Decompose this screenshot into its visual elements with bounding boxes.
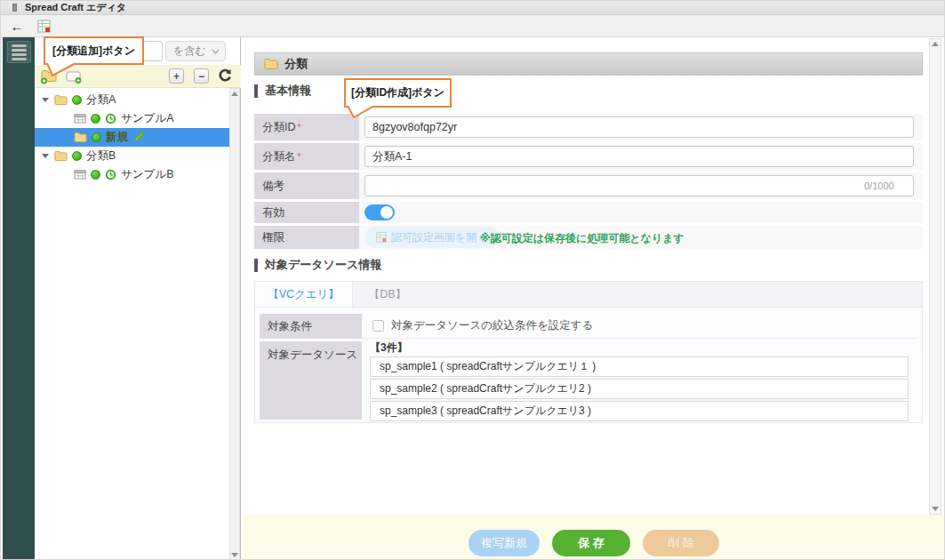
- datasource-section-header: 対象データソース情報: [254, 257, 381, 273]
- status-dot-icon: [91, 170, 100, 180]
- annotation-create-id: [分類ID作成]ボタン: [344, 78, 452, 108]
- filter-condition-checkbox[interactable]: [372, 320, 384, 332]
- section-bar: [254, 84, 258, 98]
- window-title: Spread Craft エディタ: [25, 1, 126, 14]
- status-dot-icon: [72, 151, 82, 161]
- enabled-toggle[interactable]: [364, 204, 395, 220]
- category-tree: 分類A サンプルA 新規 分類B: [35, 91, 229, 184]
- tree-panel: を含む + −: [35, 37, 241, 560]
- remarks-label-cell: 備考: [254, 172, 359, 199]
- required-mark: *: [298, 123, 301, 132]
- tree-item-label: 新規: [106, 130, 128, 145]
- permission-note: ※認可設定は保存後に処理可能となります: [480, 231, 685, 246]
- field-label: 権限: [262, 230, 284, 245]
- category-name-label-cell: 分類名 *: [254, 143, 359, 170]
- expand-all-button[interactable]: +: [169, 68, 184, 84]
- field-label: 有効: [262, 205, 284, 220]
- tree-item-category-a[interactable]: 分類A: [35, 91, 229, 109]
- folder-icon: [54, 150, 68, 162]
- permission-button-label: 認可設定画面を開く: [391, 230, 488, 245]
- scroll-down-icon[interactable]: [231, 553, 238, 557]
- pencil-icon: [132, 132, 145, 144]
- copy-new-button[interactable]: 複写新規: [468, 530, 540, 556]
- tree-item-new[interactable]: 新規: [35, 128, 229, 147]
- table-icon: [74, 170, 86, 180]
- annotation-tail: [346, 106, 376, 119]
- toolbar: ←: [1, 15, 945, 37]
- checkbox-label: 対象データソースの絞込条件を設定する: [391, 318, 593, 333]
- datasource-item[interactable]: sp_sample2 ( spreadCraftサンプルクエリ2 ): [370, 379, 909, 399]
- condition-row: 対象データソースの絞込条件を設定する: [362, 314, 917, 339]
- app-icon: [12, 4, 17, 12]
- clock-icon: [105, 113, 116, 124]
- datasource-tab-block: 【VCクエリ】 【DB】 対象条件 対象データソースの絞込条件を設定する 対象デ…: [254, 281, 923, 423]
- status-dot-icon: [91, 114, 100, 124]
- caret-down-icon[interactable]: [42, 154, 49, 158]
- annotation-tail: [45, 63, 77, 77]
- save-button[interactable]: 保 存: [552, 530, 630, 556]
- enabled-label-cell: 有効: [254, 202, 359, 223]
- refresh-button[interactable]: [218, 68, 232, 83]
- delete-button[interactable]: 削 除: [643, 530, 719, 556]
- category-id-label-cell: 分類ID *: [254, 114, 359, 140]
- tree-item-label: サンプルA: [121, 111, 174, 126]
- tab-vc-query[interactable]: 【VCクエリ】: [255, 282, 353, 307]
- folder-icon: [54, 94, 68, 106]
- scroll-down-icon[interactable]: [932, 507, 939, 511]
- scroll-up-icon[interactable]: [231, 92, 238, 96]
- caret-down-icon[interactable]: [42, 98, 49, 102]
- spreadsheet-icon: [376, 232, 387, 243]
- category-name-input[interactable]: [364, 146, 914, 167]
- tree-item-label: 分類B: [86, 148, 116, 164]
- basic-info-section-header: 基本情報: [254, 83, 311, 99]
- section-bar: [254, 259, 258, 272]
- left-sidebar: [3, 37, 35, 560]
- tree-item-category-b[interactable]: 分類B: [35, 147, 229, 165]
- tree-item-sample-b[interactable]: サンプルB: [35, 165, 229, 184]
- field-label: 対象条件: [268, 319, 312, 334]
- tabs-row: 【VCクエリ】 【DB】: [255, 282, 922, 308]
- tree-item-label: サンプルB: [121, 167, 174, 182]
- menu-button[interactable]: [7, 41, 31, 63]
- scroll-up-icon[interactable]: [932, 42, 939, 46]
- clock-icon: [105, 169, 116, 180]
- spreadsheet-icon[interactable]: [37, 20, 51, 33]
- field-label: 対象データソース: [268, 348, 357, 361]
- back-button[interactable]: ←: [7, 19, 27, 34]
- hamburger-icon: [12, 44, 27, 47]
- datasource-label-cell: 対象データソース: [260, 341, 362, 420]
- match-select[interactable]: を含む: [165, 41, 226, 61]
- field-label: 備考: [262, 179, 284, 194]
- tree-item-label: 分類A: [86, 92, 116, 108]
- tree-scrollbar[interactable]: [229, 88, 240, 560]
- datasource-item[interactable]: sp_sample3 ( spreadCraftサンプルクエリ3 ): [370, 401, 909, 421]
- datasource-count: 【3件】: [370, 341, 917, 355]
- status-dot-icon: [92, 132, 101, 142]
- field-label: 分類名: [262, 149, 296, 164]
- titlebar: Spread Craft エディタ: [1, 1, 945, 15]
- remarks-input[interactable]: [364, 175, 914, 196]
- folder-icon: [264, 58, 278, 70]
- main-scrollbar[interactable]: [929, 38, 941, 515]
- footer-bar: 複写新規 保 存 削 除: [242, 515, 945, 560]
- spread-craft-editor-window: Spread Craft エディタ ← を含む: [0, 0, 945, 560]
- refresh-icon: [218, 68, 232, 83]
- page-header: 分類: [254, 52, 923, 76]
- tree-item-sample-a[interactable]: サンプルA: [35, 109, 229, 128]
- permission-label-cell: 権限: [254, 226, 359, 249]
- folder-icon: [74, 132, 87, 143]
- chevron-down-icon: [212, 49, 220, 54]
- category-id-input[interactable]: [364, 116, 914, 138]
- annotation-add-category: [分類追加]ボタン: [44, 36, 144, 65]
- datasource-item[interactable]: sp_sample1 ( spreadCraftサンプルクエリ１ ): [370, 356, 909, 377]
- enabled-field-strip: [359, 202, 923, 223]
- collapse-all-button[interactable]: −: [194, 68, 209, 84]
- page-title: 分類: [284, 56, 308, 72]
- section-title: 対象データソース情報: [265, 257, 381, 273]
- open-authorization-button[interactable]: 認可設定画面を開く: [364, 227, 500, 248]
- status-dot-icon: [72, 95, 82, 105]
- tab-db[interactable]: 【DB】: [353, 282, 422, 307]
- table-icon: [74, 114, 86, 124]
- datasource-list: 【3件】 sp_sample1 ( spreadCraftサンプルクエリ１ ) …: [362, 341, 917, 420]
- section-title: 基本情報: [265, 83, 311, 99]
